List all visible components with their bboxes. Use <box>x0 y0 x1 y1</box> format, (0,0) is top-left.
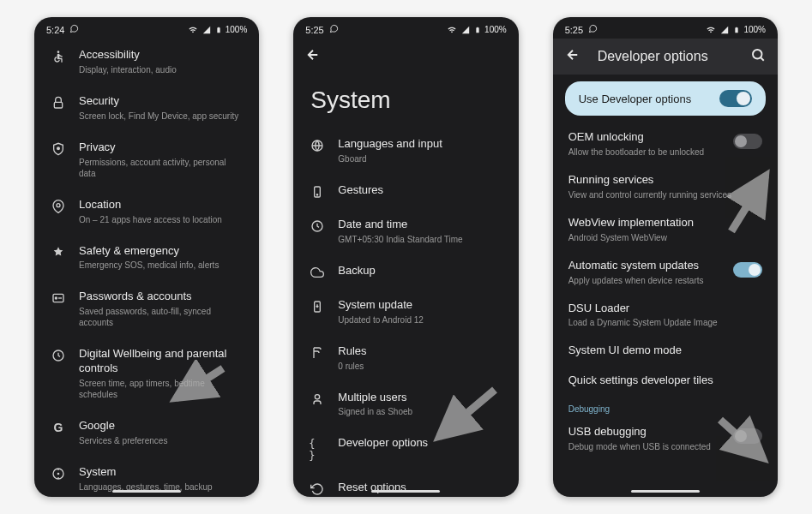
item-title: Rules <box>338 344 502 359</box>
list-item[interactable]: Automatic system updatesApply updates wh… <box>553 251 778 294</box>
nav-indicator <box>112 490 181 493</box>
item-subtitle: Debug mode when USB is connected <box>568 441 726 452</box>
status-bar: 5:25 100% <box>293 17 518 39</box>
svg-point-9 <box>57 473 58 474</box>
item-subtitle: Apply updates when device restarts <box>568 275 726 286</box>
passwords-icon <box>50 290 67 305</box>
page-title: System <box>293 75 518 128</box>
wellbeing-icon <box>50 347 67 362</box>
item-title: WebView implementation <box>568 216 762 230</box>
svg-point-3 <box>57 203 60 206</box>
list-item[interactable]: DSU LoaderLoad a Dynamic System Update I… <box>553 294 778 337</box>
list-item[interactable]: WebView implementationAndroid System Web… <box>553 208 778 251</box>
svg-point-25 <box>753 50 762 59</box>
item-subtitle: Permissions, account activity, personal … <box>79 157 244 179</box>
list-item[interactable]: Multiple usersSigned in as Shoeb <box>293 381 518 427</box>
item-title: Languages and input <box>338 137 502 152</box>
list-item[interactable]: AccessibilityDisplay, interaction, audio <box>34 39 259 85</box>
battery-percent: 100% <box>743 25 766 34</box>
item-subtitle: Signed in as Shoeb <box>338 406 502 417</box>
list-item[interactable]: System UI demo mode <box>553 336 778 366</box>
wifi-icon <box>447 26 457 34</box>
list-item[interactable]: Digital Wellbeing and parental controlsS… <box>34 338 259 409</box>
item-title: Date and time <box>338 218 502 232</box>
list-item[interactable]: Quick settings developer tiles <box>553 366 778 396</box>
back-button[interactable] <box>305 47 321 66</box>
list-item[interactable]: LocationOn – 21 apps have access to loca… <box>34 188 259 235</box>
item-subtitle: On – 21 apps have access to location <box>79 214 244 225</box>
item-subtitle: Updated to Android 12 <box>338 314 502 326</box>
list-item[interactable]: Safety & emergencyEmergency SOS, medical… <box>34 235 259 281</box>
toggle-switch[interactable] <box>733 428 762 444</box>
use-developer-options-toggle[interactable]: Use Developer options <box>565 81 766 116</box>
emergency-icon <box>50 244 67 260</box>
list-item[interactable]: GGoogleServices & preferences <box>34 409 259 456</box>
svg-point-2 <box>57 147 60 150</box>
list-item[interactable]: { }Developer options <box>293 427 518 471</box>
item-title: Google <box>79 419 244 433</box>
item-title: Digital Wellbeing and parental controls <box>79 347 244 376</box>
list-item[interactable]: System updateUpdated to Android 12 <box>293 289 518 335</box>
item-title: Security <box>79 94 244 109</box>
clock-icon <box>309 218 326 233</box>
item-subtitle: GMT+05:30 India Standard Time <box>338 234 502 245</box>
list-item[interactable]: Date and timeGMT+05:30 India Standard Ti… <box>293 208 518 254</box>
toggle-on-icon <box>719 90 752 107</box>
battery-icon <box>474 25 481 35</box>
item-title: Privacy <box>79 140 244 155</box>
battery-icon <box>215 25 222 35</box>
svg-rect-1 <box>54 102 62 108</box>
battery-icon <box>733 25 740 35</box>
header: Developer options <box>553 39 778 75</box>
section-header-debugging: Debugging <box>553 396 778 417</box>
system-icon <box>50 465 67 481</box>
item-title: System UI demo mode <box>568 344 762 358</box>
svg-point-23 <box>316 394 320 398</box>
item-subtitle: Saved passwords, auto-fill, synced accou… <box>79 306 244 328</box>
item-title: Safety & emergency <box>79 244 244 259</box>
whatsapp-icon <box>329 24 339 35</box>
list-item[interactable]: Reset options <box>293 471 518 497</box>
battery-percent: 100% <box>484 25 507 34</box>
phone-developer-options: 5:25 100% Developer options Use Develope… <box>553 17 778 497</box>
search-button[interactable] <box>750 47 766 66</box>
list-item[interactable]: Passwords & accountsSaved passwords, aut… <box>34 280 259 338</box>
item-title: System update <box>338 298 502 313</box>
item-title: Quick settings developer tiles <box>568 374 762 388</box>
wifi-icon <box>188 26 198 34</box>
list-item[interactable]: Backup <box>293 254 518 289</box>
users-icon <box>309 391 326 406</box>
item-subtitle: Android System WebView <box>568 232 762 243</box>
svg-line-26 <box>761 57 763 60</box>
list-item[interactable]: USB debuggingDebug mode when USB is conn… <box>553 417 778 460</box>
svg-point-20 <box>317 194 318 195</box>
status-time: 5:24 <box>46 25 64 35</box>
back-button[interactable] <box>565 47 580 66</box>
status-bar: 5:25 100% <box>553 17 778 39</box>
status-bar: 5:24 100% <box>34 17 259 39</box>
item-subtitle: Allow the bootloader to be unlocked <box>568 146 726 158</box>
list-item[interactable]: Rules0 rules <box>293 335 518 381</box>
item-subtitle: View and control currently running servi… <box>568 189 762 200</box>
item-title: Automatic system updates <box>568 259 726 273</box>
list-item[interactable]: Running servicesView and control current… <box>553 165 778 208</box>
item-subtitle: Emergency SOS, medical info, alerts <box>79 260 244 271</box>
item-title: Passwords & accounts <box>79 290 244 304</box>
item-title: DSU Loader <box>568 302 762 316</box>
toggle-switch[interactable] <box>733 262 762 278</box>
item-subtitle: 0 rules <box>338 361 502 372</box>
signal-icon <box>460 26 471 34</box>
item-title: Backup <box>338 264 502 278</box>
list-item[interactable]: Gestures <box>293 174 518 208</box>
list-item[interactable]: PrivacyPermissions, account activity, pe… <box>34 131 259 188</box>
item-subtitle: Services & preferences <box>79 435 244 446</box>
header-title: Developer options <box>598 49 733 64</box>
gestures-icon <box>309 183 326 199</box>
item-title: OEM unlocking <box>568 130 726 145</box>
toggle-switch[interactable] <box>733 134 762 149</box>
list-item[interactable]: SecurityScreen lock, Find My Device, app… <box>34 85 259 131</box>
list-item[interactable]: OEM unlockingAllow the bootloader to be … <box>553 123 778 165</box>
item-title: Gestures <box>338 183 502 198</box>
list-item[interactable]: Languages and inputGboard <box>293 128 518 174</box>
developer-icon: { } <box>309 436 326 462</box>
